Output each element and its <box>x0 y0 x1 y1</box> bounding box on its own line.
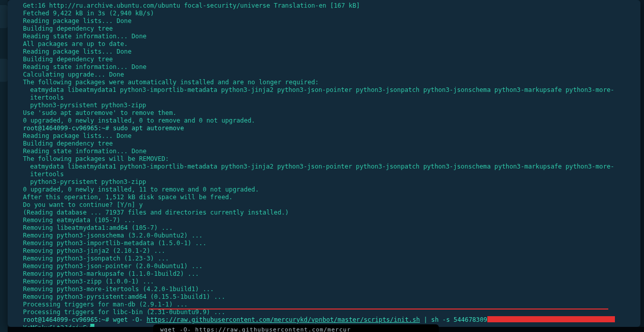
prompt-sep: # <box>105 125 113 132</box>
sidebar-stub <box>0 0 8 332</box>
prompt-host: root@1464099-cv96965:~ <box>23 125 105 132</box>
bottom-preview: wget -O- https://raw.githubusercontent.c… <box>153 324 439 332</box>
terminal-line: Removing libeatmydata1:amd64 (105-7) ... <box>8 224 640 232</box>
terminal-line: eatmydata libeatmydata1 python3-importli… <box>8 163 640 178</box>
terminal-line: Processing triggers for libc-bin (2.31-0… <box>8 309 640 316</box>
terminal-line: Building dependency tree <box>8 140 640 148</box>
terminal-line: Removing python3-jsonpatch (1.23-3) ... <box>8 255 640 263</box>
prompt-command: sudo apt autoremove <box>113 125 184 132</box>
cmd-pre: wget -O- <box>113 316 146 323</box>
terminal-line: Reading state information... Done <box>8 63 640 71</box>
terminal-line: Building dependency tree <box>8 56 640 63</box>
red-underline <box>149 309 608 310</box>
terminal-line: python3-pyrsistent python3-zipp <box>8 178 640 186</box>
terminal-line: Get:16 http://ru.archive.ubuntu.com/ubun… <box>8 2 640 10</box>
terminal-line: Removing eatmydata (105-7) ... <box>8 217 640 224</box>
terminal-line: All packages are up to date. <box>8 40 640 48</box>
terminal-line: eatmydata libeatmydata1 python3-importli… <box>8 86 640 102</box>
terminal-line: The following packages were automaticall… <box>8 79 640 86</box>
cmd-url[interactable]: https://raw.githubusercontent.com/mercur… <box>146 316 420 323</box>
terminal-line: Reading package lists... Done <box>8 132 640 140</box>
terminal-line: Fetched 9,422 kB in 3s (2,940 kB/s) <box>8 10 640 17</box>
terminal-line: Reading state information... Done <box>8 33 640 40</box>
terminal-line: Removing python3-jsonschema (3.2.0-0ubun… <box>8 232 640 240</box>
redacted-token <box>487 316 615 322</box>
shell-prompt[interactable]: root@1464099-cv96965:~# sudo apt autorem… <box>8 125 640 132</box>
bottom-strip: wget -O- https://raw.githubusercontent.c… <box>8 327 644 332</box>
terminal-line: Removing python3-more-itertools (4.2.0-1… <box>8 286 640 293</box>
prompt-sep: # <box>105 316 113 323</box>
terminal-window[interactable]: Get:16 http://ru.archive.ubuntu.com/ubun… <box>8 0 640 327</box>
prompt-host: root@1464099-cv96965:~ <box>23 316 105 323</box>
terminal-line: Removing python3-json-pointer (2.0-0ubun… <box>8 263 640 270</box>
terminal-line: Calculating upgrade... Done <box>8 71 640 79</box>
terminal-line: 0 upgraded, 0 newly installed, 0 to remo… <box>8 117 640 125</box>
terminal-line: Removing python3-pyrsistent:amd64 (0.15.… <box>8 293 640 301</box>
terminal-output[interactable]: Get:16 http://ru.archive.ubuntu.com/ubun… <box>8 2 640 327</box>
terminal-line: Reading state information... Done <box>8 148 640 155</box>
terminal-line: The following packages will be REMOVED: <box>8 155 640 163</box>
terminal-line: Building dependency tree <box>8 25 640 33</box>
terminal-line: After this operation, 1,512 kB disk spac… <box>8 194 640 201</box>
terminal-line: Removing python3-importlib-metadata (1.5… <box>8 240 640 247</box>
terminal-line: Processing triggers for man-db (2.9.1-1)… <box>8 301 640 309</box>
terminal-line: Removing python3-markupsafe (1.1.0-1buil… <box>8 270 640 278</box>
terminal-line: Do you want to continue? [Y/n] y <box>8 201 640 209</box>
terminal-line: Removing python3-zipp (1.0.0-1) ... <box>8 278 640 286</box>
terminal-line: Use 'sudo apt autoremove' to remove them… <box>8 109 640 117</box>
terminal-line: python3-pyrsistent python3-zipp <box>8 102 640 109</box>
cmd-post1: | sh -s 544678309 <box>420 316 487 323</box>
terminal-line: Reading package lists... Done <box>8 17 640 25</box>
terminal-line: Reading package lists... Done <box>8 48 640 56</box>
terminal-line: (Reading database ... 71937 files and di… <box>8 209 640 217</box>
terminal-line: Removing python3-jinja2 (2.10.1-2) ... <box>8 247 640 255</box>
terminal-line: 0 upgraded, 0 newly installed, 11 to rem… <box>8 186 640 194</box>
